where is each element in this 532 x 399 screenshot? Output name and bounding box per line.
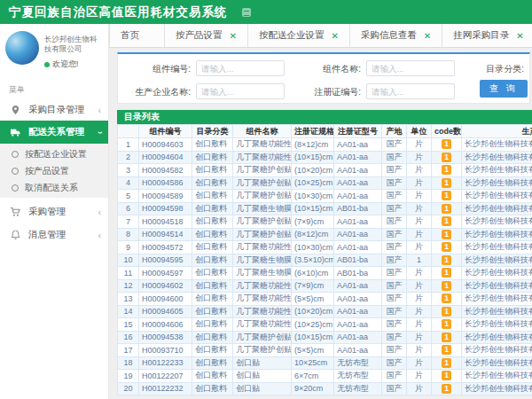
producer-name-input[interactable] (196, 83, 285, 99)
tab-home[interactable]: 首页 (109, 24, 165, 47)
tab-listed-catalog[interactable]: 挂网采购目录✕ (442, 24, 532, 47)
sidebar-item-catalog-mgmt[interactable]: 采购目录管理 ‹ (0, 99, 108, 121)
component-code-cell: H00094605 (139, 305, 192, 318)
table-row[interactable]: 5H00094589创口敷料几丁聚糖护创贴 ((10×30)cmAA01-aa国… (118, 190, 532, 203)
category-cell: 创口敷料 (192, 344, 233, 357)
table-row[interactable]: 1H00094603创口敷料几丁聚糖功能性护(8×12)cmAA01-aa国产片… (118, 138, 532, 152)
table-row[interactable]: 14H00094605创口敷料几丁聚糖功能性护(10×20)cmAA01-aa国… (118, 305, 532, 318)
query-button[interactable]: 查 询 (480, 80, 528, 98)
table-row[interactable]: 16H00094538创口敷料几丁聚糖护创贴 ((10×15)cmAA01-aa… (118, 331, 532, 344)
code-count-badge[interactable]: 1 (442, 216, 451, 226)
code-count-badge[interactable]: 1 (442, 319, 451, 329)
tab-by-product[interactable]: 按产品设置✕ (165, 24, 248, 47)
component-code-cell: H00094518 (139, 215, 192, 229)
code-count-badge[interactable]: 1 (442, 204, 451, 214)
code-count-cell: 1 (432, 279, 462, 293)
unit-cell: 片 (407, 318, 432, 332)
code-count-badge[interactable]: 1 (442, 242, 451, 252)
unit-cell: 片 (407, 138, 432, 152)
code-count-badge[interactable]: 1 (442, 165, 451, 175)
component-code-input[interactable] (196, 60, 285, 76)
menu-toggle-icon[interactable] (242, 8, 251, 17)
table-row[interactable]: 18H00122233创口敷料创口贴10×25cm无纺布型国产片1长沙邦创生物科… (118, 356, 532, 370)
code-count-badge[interactable]: 1 (442, 345, 451, 355)
table-row[interactable]: 11H00094597创口敷料几丁聚糖生物膜(6×10)cmAB01-ba国产片… (118, 267, 532, 280)
model-cell: AB01-ba (334, 254, 382, 267)
code-count-badge[interactable]: 1 (442, 384, 451, 394)
producer-cell: 长沙邦创生物科技有限公司 (462, 138, 532, 152)
sidebar-item-message-mgmt[interactable]: 消息管理 ‹ (0, 224, 108, 246)
table-row[interactable]: 6H00094598创口敷料几丁聚糖生物膜(10×15)cmAB01-ba国产片… (118, 202, 532, 215)
unit-cell: 片 (407, 241, 432, 254)
spec-cell: 6×7cm (292, 370, 334, 383)
table-row[interactable]: 19H00122207创口敷料创口贴6×7cm无纺布型国产片1长沙邦创生物科技有… (118, 370, 532, 383)
origin-cell: 国产 (382, 241, 407, 254)
component-name-cell: 几丁聚糖生物膜 (233, 267, 292, 280)
close-icon[interactable]: ✕ (230, 31, 237, 41)
component-name-input[interactable] (366, 60, 455, 76)
close-icon[interactable]: ✕ (424, 31, 431, 41)
spec-cell: (10×30)cm (292, 241, 334, 254)
producer-cell: 长沙邦创生物科技有限公司 (462, 293, 532, 306)
code-count-badge[interactable]: 1 (442, 332, 451, 342)
registration-no-input[interactable] (366, 83, 455, 99)
model-cell: AB01-ba (334, 202, 382, 215)
close-icon[interactable]: ✕ (331, 31, 338, 41)
code-count-badge[interactable]: 1 (442, 255, 451, 265)
tab-by-delivery-company[interactable]: 按配送企业设置✕ (248, 24, 350, 47)
sidebar-item-delivery-mgmt[interactable]: 配送关系管理 ‹ (0, 121, 108, 144)
table-row[interactable]: 9H00094572创口敷料几丁聚糖功能性护(10×30)cmAA01-aa国产… (118, 241, 532, 254)
code-count-badge[interactable]: 1 (442, 178, 451, 188)
origin-cell: 国产 (382, 138, 407, 152)
table-row[interactable]: 2H00094604创口敷料几丁聚糖功能性护(10×15)cmAA01-aa国产… (118, 151, 532, 164)
code-count-cell: 1 (432, 151, 462, 164)
table-row[interactable]: 10H00094595创口敷料几丁聚糖生物膜(3.5×10)cmAB01-ba国… (118, 254, 532, 267)
producer-cell: 长沙邦创生物科技有限公司 (462, 344, 532, 357)
component-name-cell: 几丁聚糖护创贴 ( (233, 164, 292, 177)
origin-cell: 国产 (382, 176, 407, 190)
table-row[interactable]: 15H00094606创口敷料几丁聚糖功能性护(10×25)cmAA01-aa国… (118, 318, 532, 332)
list-title: 目录列表 (117, 110, 532, 124)
model-cell: AA01-aa (334, 344, 382, 357)
code-count-cell: 1 (432, 164, 462, 177)
table-row[interactable]: 13H00094600创口敷料几丁聚糖功能性护(5×5)cmAA01-aa国产片… (118, 293, 532, 306)
code-count-cell: 1 (432, 370, 462, 383)
unit-cell: 片 (407, 279, 432, 293)
sidebar: 长沙邦创生物科技有限公司 欢迎您! 菜单 采购目录管理 ‹ 配送关系管理 ‹ 按… (0, 24, 109, 399)
code-count-badge[interactable]: 1 (442, 268, 451, 278)
sidebar-item-purchase-mgmt[interactable]: 采购管理 ‹ (0, 201, 108, 223)
sidebar-item-cancel-delivery[interactable]: 取消配送关系 (0, 179, 108, 196)
component-name-cell: 几丁聚糖功能性护 (233, 318, 292, 332)
code-count-badge[interactable]: 1 (442, 371, 451, 380)
unit-cell: 片 (407, 293, 432, 306)
table-row[interactable]: 12H00094602创口敷料几丁聚糖功能性护(7×9)cmAA01-aa国产片… (118, 279, 532, 293)
sidebar-item-by-delivery-company[interactable]: 按配送企业设置 (0, 145, 108, 162)
model-cell: AA01-aa (334, 279, 382, 293)
code-count-badge[interactable]: 1 (442, 230, 451, 239)
unit-cell: 1 (407, 254, 432, 267)
code-count-badge[interactable]: 1 (442, 358, 451, 368)
category-cell: 创口敷料 (192, 215, 233, 229)
spec-cell: (10×25)cm (292, 176, 334, 190)
spec-cell: 9×20cm (292, 382, 334, 395)
code-count-badge[interactable]: 1 (442, 139, 451, 149)
spec-cell: (7×9)cm (292, 215, 334, 229)
component-name-cell: 几丁聚糖功能性护 (233, 151, 292, 164)
table-row[interactable]: 8H00094514创口敷料几丁聚糖护创贴 ((8×12)cmAA01-aa国产… (118, 228, 532, 241)
delivery-submenu: 按配送企业设置 按产品设置 取消配送关系 (0, 144, 108, 198)
table-row[interactable]: 3H00094582创口敷料几丁聚糖护创贴 ((10×20)cmAA01-aa国… (118, 164, 532, 177)
table-row[interactable]: 20H00122232创口敷料创口贴9×20cm无纺布型国产片1长沙邦创生物科技… (118, 382, 532, 395)
code-count-badge[interactable]: 1 (442, 293, 451, 303)
close-icon[interactable]: ✕ (516, 31, 523, 41)
code-count-badge[interactable]: 1 (442, 191, 451, 200)
tab-purchase-info[interactable]: 采购信息查看✕ (350, 24, 442, 47)
table-row[interactable]: 17H00093710创口敷料几丁聚糖护创贴 ((5×5)cmAA01-aa国产… (118, 344, 532, 357)
sidebar-item-by-product[interactable]: 按产品设置 (0, 162, 108, 179)
table-row[interactable]: 4H00094586创口敷料几丁聚糖护创贴 ((10×25)cmAA01-aa国… (118, 176, 532, 190)
table-row[interactable]: 7H00094518创口敷料几丁聚糖护创贴 ((7×9)cmAA01-aa国产片… (118, 215, 532, 229)
producer-cell: 长沙邦创生物科技有限公司 (462, 370, 532, 383)
app-title: 宁夏回族自治区高值医用耗材交易系统 (9, 4, 228, 20)
code-count-badge[interactable]: 1 (442, 153, 451, 162)
code-count-badge[interactable]: 1 (442, 281, 451, 291)
code-count-badge[interactable]: 1 (442, 307, 451, 317)
